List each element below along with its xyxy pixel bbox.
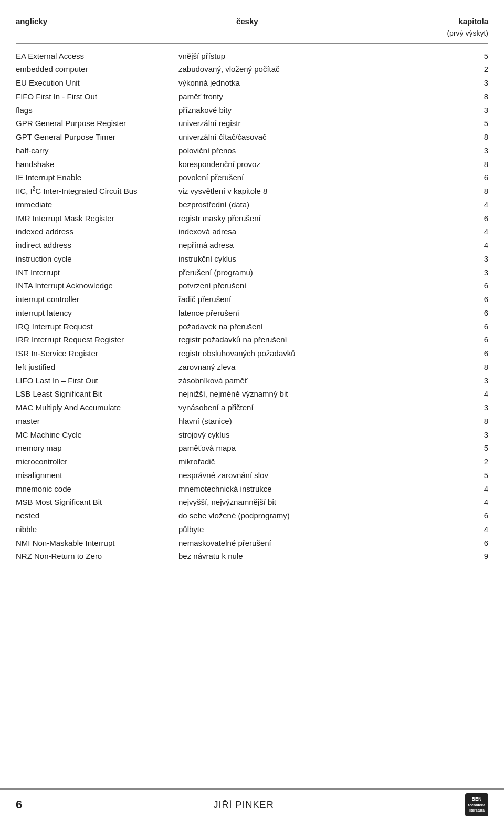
czech-term: vnější přístup (178, 50, 457, 62)
english-term: LSB Least Significant Bit (16, 388, 178, 400)
author-name: JIŘÍ PINKER (214, 798, 274, 812)
chapter-number: 6 (457, 307, 488, 319)
table-row: IMR Interrupt Mask Registerregistr masky… (16, 212, 488, 225)
chapter-number: 2 (457, 456, 488, 468)
table-row: microcontrollermikrořadič2 (16, 455, 488, 469)
chapter-number: 8 (457, 361, 488, 373)
chapter-number: 6 (457, 334, 488, 346)
glossary-table: EA External Accessvnější přístup5embedde… (16, 49, 488, 564)
czech-term: paměťová mapa (178, 442, 457, 454)
publisher-logo: BENtechnickáliteratura (465, 793, 488, 816)
english-term: FIFO First In - First Out (16, 91, 178, 102)
english-term: INT Interrupt (16, 267, 178, 278)
chapter-number: 6 (457, 172, 488, 183)
czech-term: nejnižší, nejméně významný bit (178, 388, 457, 400)
page-footer: 6 JIŘÍ PINKER BENtechnickáliteratura (0, 788, 504, 820)
chapter-number: 9 (457, 551, 488, 562)
czech-term: zásobníková paměť (178, 375, 457, 387)
chapter-number: 6 (457, 321, 488, 333)
chapter-number: 2 (457, 64, 488, 75)
czech-term: indexová adresa (178, 226, 457, 237)
table-row: GPR General Purpose Registeruniverzální … (16, 117, 488, 130)
chapter-number: 3 (457, 105, 488, 116)
english-term: memory map (16, 442, 178, 454)
table-row: left justifiedzarovnaný zleva8 (16, 360, 488, 374)
czech-term: mikrořadič (178, 456, 457, 468)
english-term: interrupt controller (16, 294, 178, 305)
english-term: indexed address (16, 226, 178, 237)
chapter-number: 4 (457, 524, 488, 535)
czech-term: instrukční cyklus (178, 253, 457, 265)
chapter-number: 3 (457, 402, 488, 413)
czech-term: do sebe vložené (podprogramy) (178, 510, 457, 522)
czech-term: nepřímá adresa (178, 240, 457, 251)
czech-term: přerušení (programu) (178, 267, 457, 278)
chapter-number: 8 (457, 416, 488, 427)
table-row: handshakekorespondenční provoz8 (16, 158, 488, 171)
english-term: IRR Interrupt Request Register (16, 334, 178, 346)
english-term: master (16, 416, 178, 427)
chapter-number: 6 (457, 213, 488, 224)
chapter-number: 8 (457, 185, 488, 197)
czech-term: zabudovaný, vložený počítač (178, 64, 457, 75)
english-term: IE Interrupt Enable (16, 172, 178, 183)
table-row: INTA Interrupt Acknowledgepotvrzení přer… (16, 279, 488, 293)
table-row: IRQ Interrupt Requestpožadavek na přeruš… (16, 320, 488, 334)
chapter-number: 8 (457, 131, 488, 143)
czech-term: mnemotechnická instrukce (178, 483, 457, 495)
english-term: NRZ Non-Return to Zero (16, 551, 178, 562)
table-row: interrupt latencylatence přerušení6 (16, 306, 488, 320)
chapter-number: 8 (457, 159, 488, 170)
table-row: interrupt controllerřadič přerušení6 (16, 293, 488, 306)
table-row: IRR Interrupt Request Registerregistr po… (16, 333, 488, 347)
table-row: MAC Multiply And Accumulatevynásobení a … (16, 401, 488, 414)
english-term: IRQ Interrupt Request (16, 321, 178, 333)
english-term: instruction cycle (16, 253, 178, 265)
table-row: nibblepůlbyte4 (16, 523, 488, 536)
chapter-number: 8 (457, 91, 488, 102)
english-term: MAC Multiply And Accumulate (16, 402, 178, 413)
chapter-number: 3 (457, 267, 488, 278)
czech-term: registr obsluhovaných požadavků (178, 348, 457, 359)
english-term: nested (16, 510, 178, 522)
table-row: nesteddo sebe vložené (podprogramy)6 (16, 509, 488, 523)
czech-term: bez návratu k nule (178, 551, 457, 562)
header-chapter: kapitola (prvý výskyt) (447, 16, 488, 39)
english-term: microcontroller (16, 456, 178, 468)
czech-term: výkonná jednotka (178, 77, 457, 89)
table-row: LIFO Last In – First Outzásobníková pamě… (16, 374, 488, 388)
czech-term: požadavek na přerušení (178, 321, 457, 333)
table-header: anglicky česky kapitola (prvý výskyt) (16, 16, 488, 44)
czech-term: řadič přerušení (178, 294, 457, 305)
table-row: LSB Least Significant Bitnejnižší, nejmé… (16, 387, 488, 401)
table-row: IIC, I2C Inter-Integrated Circuit Busviz… (16, 184, 488, 198)
english-term: NMI Non-Maskable Interrupt (16, 537, 178, 549)
table-row: mnemonic codemnemotechnická instrukce4 (16, 482, 488, 496)
english-term: EU Execution Unit (16, 77, 178, 89)
chapter-number: 3 (457, 253, 488, 265)
czech-term: hlavní (stanice) (178, 416, 457, 427)
table-row: NMI Non-Maskable Interruptnemaskovatelné… (16, 536, 488, 550)
chapter-number: 3 (457, 77, 488, 89)
chapter-number: 4 (457, 240, 488, 251)
table-row: EU Execution Unitvýkonná jednotka3 (16, 76, 488, 90)
page: anglicky česky kapitola (prvý výskyt) EA… (0, 0, 504, 820)
table-row: indexed addressindexová adresa4 (16, 225, 488, 238)
table-row: IE Interrupt Enablepovolení přerušení6 (16, 171, 488, 184)
chapter-number: 6 (457, 537, 488, 549)
czech-term: vynásobení a přičtení (178, 402, 457, 413)
english-term: immediate (16, 199, 178, 211)
czech-term: potvrzení přerušení (178, 280, 457, 292)
english-term: MSB Most Significant Bit (16, 496, 178, 508)
czech-term: paměť fronty (178, 91, 457, 102)
english-term: IIC, I2C Inter-Integrated Circuit Bus (16, 185, 178, 197)
chapter-number: 4 (457, 199, 488, 211)
table-row: FIFO First In - First Outpaměť fronty8 (16, 90, 488, 103)
english-term: handshake (16, 159, 178, 170)
table-row: indirect addressnepřímá adresa4 (16, 238, 488, 252)
czech-term: registr požadavků na přerušení (178, 334, 457, 346)
table-row: NRZ Non-Return to Zerobez návratu k nule… (16, 549, 488, 563)
english-term: GPR General Purpose Register (16, 118, 178, 129)
table-row: instruction cycleinstrukční cyklus3 (16, 252, 488, 266)
czech-term: registr masky přerušení (178, 213, 457, 224)
